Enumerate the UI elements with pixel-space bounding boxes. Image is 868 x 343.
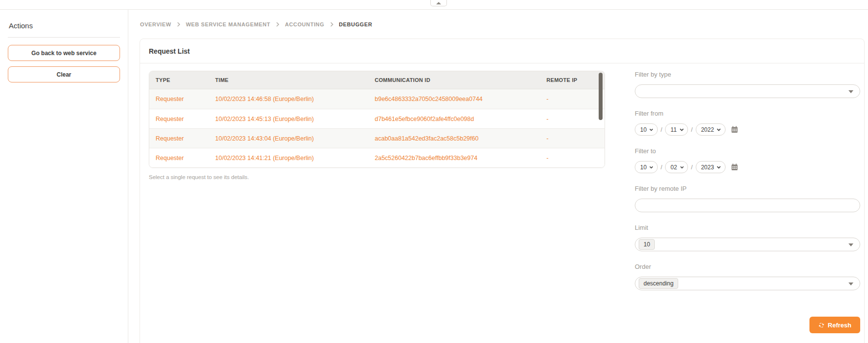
cell-type[interactable]: Requester — [156, 135, 215, 142]
column-header-type: TYPE — [156, 77, 215, 83]
filter-from-month-select[interactable]: 11 — [665, 123, 688, 136]
cell-communication-id[interactable]: 2a5c5260422b7bac6effbb9f33b3e974 — [375, 155, 546, 161]
date-separator: / — [691, 164, 692, 171]
request-table: TYPE TIME COMMUNICATION ID REMOTE IP Req… — [149, 71, 605, 168]
cell-type[interactable]: Requester — [156, 96, 215, 102]
table-row[interactable]: Requester 10/02/2023 14:41:21 (Europe/Be… — [149, 148, 605, 167]
calendar-icon[interactable] — [731, 163, 738, 171]
filter-to-month-value: 02 — [670, 164, 677, 171]
order-label: Order — [635, 263, 860, 270]
breadcrumb-debugger: DEBUGGER — [339, 21, 372, 27]
filter-from-group: Filter from 10 / 11 / — [635, 110, 860, 136]
column-header-remote-ip: REMOTE IP — [546, 77, 605, 83]
table-header-row: TYPE TIME COMMUNICATION ID REMOTE IP — [149, 71, 605, 89]
sidebar-divider — [8, 37, 120, 38]
clear-button[interactable]: Clear — [8, 66, 120, 82]
filter-to-month-select[interactable]: 02 — [665, 161, 688, 173]
cell-time[interactable]: 10/02/2023 14:46:58 (Europe/Berlin) — [215, 96, 375, 102]
cell-communication-id[interactable]: b9e6c4863332a7050c2458009eea0744 — [375, 96, 546, 102]
filter-by-type-label: Filter by type — [635, 71, 860, 78]
breadcrumb-chevron-icon — [177, 22, 180, 27]
chevron-down-icon — [649, 128, 653, 131]
filter-from-day-value: 10 — [640, 126, 646, 133]
selection-hint: Select a single request to see its detai… — [149, 174, 605, 180]
cell-time[interactable]: 10/02/2023 14:41:21 (Europe/Berlin) — [215, 155, 375, 161]
filter-to-group: Filter to 10 / 02 / — [635, 147, 860, 173]
chevron-down-icon — [680, 128, 684, 131]
column-header-communication-id: COMMUNICATION ID — [375, 77, 546, 83]
date-separator: / — [661, 126, 662, 133]
cell-type[interactable]: Requester — [156, 155, 215, 161]
top-bar — [0, 0, 868, 10]
cell-remote-ip[interactable]: - — [546, 155, 605, 161]
filter-to-year-select[interactable]: 2023 — [696, 161, 726, 173]
filter-from-label: Filter from — [635, 110, 860, 117]
refresh-button[interactable]: Refresh — [809, 317, 860, 333]
breadcrumb-chevron-icon — [330, 22, 333, 27]
card-header: Request List — [140, 39, 864, 63]
breadcrumb-web-service-management[interactable]: WEB SERVICE MANAGEMENT — [186, 21, 270, 27]
cell-remote-ip[interactable]: - — [546, 116, 605, 122]
cell-remote-ip[interactable]: - — [546, 96, 605, 102]
request-list-section: TYPE TIME COMMUNICATION ID REMOTE IP Req… — [149, 71, 605, 333]
limit-label: Limit — [635, 224, 860, 231]
filter-by-type-select[interactable] — [635, 84, 860, 98]
remote-ip-input[interactable] — [635, 199, 860, 212]
cell-type[interactable]: Requester — [156, 116, 215, 122]
breadcrumb: OVERVIEW WEB SERVICE MANAGEMENT ACCOUNTI… — [140, 21, 865, 27]
filter-to-day-value: 10 — [640, 164, 646, 171]
chevron-down-icon — [717, 128, 721, 131]
refresh-icon — [818, 322, 825, 328]
filter-to-year-value: 2023 — [701, 164, 714, 171]
sidebar-title: Actions — [8, 21, 120, 30]
filter-to-label: Filter to — [635, 147, 860, 155]
limit-select[interactable]: 10 — [635, 238, 860, 251]
filter-remote-ip-group: Filter by remote IP — [635, 185, 860, 212]
go-back-to-web-service-button[interactable]: Go back to web service — [8, 45, 120, 61]
filter-panel: Filter by type Filter from 10 — [635, 71, 860, 333]
chevron-up-icon — [436, 2, 441, 4]
table-row[interactable]: Requester 10/02/2023 14:46:58 (Europe/Be… — [149, 89, 605, 109]
order-group: Order descending — [635, 263, 860, 290]
filter-to-day-select[interactable]: 10 — [635, 161, 658, 173]
table-row[interactable]: Requester 10/02/2023 14:43:04 (Europe/Be… — [149, 128, 605, 148]
table-row[interactable]: Requester 10/02/2023 14:45:13 (Europe/Be… — [149, 109, 605, 128]
cell-time[interactable]: 10/02/2023 14:43:04 (Europe/Berlin) — [215, 135, 375, 142]
limit-value-chip: 10 — [639, 239, 655, 250]
chevron-down-icon — [680, 166, 684, 169]
cell-time[interactable]: 10/02/2023 14:45:13 (Europe/Berlin) — [215, 116, 375, 122]
calendar-icon[interactable] — [731, 126, 738, 133]
cell-communication-id[interactable]: acab0aa81a542ed3fac2ac58c5b29f60 — [375, 135, 546, 142]
collapse-panel-button[interactable] — [430, 0, 447, 6]
chevron-down-icon — [848, 282, 853, 285]
order-value-chip: descending — [639, 278, 678, 289]
column-header-time: TIME — [215, 77, 375, 83]
request-list-card: Request List TYPE TIME COMMUNICATION ID … — [140, 39, 865, 343]
breadcrumb-chevron-icon — [276, 22, 279, 27]
actions-sidebar: Actions Go back to web service Clear — [0, 10, 128, 343]
chevron-down-icon — [649, 166, 653, 169]
limit-group: Limit 10 — [635, 224, 860, 251]
filter-from-month-value: 11 — [670, 126, 676, 133]
date-separator: / — [691, 126, 692, 133]
table-scrollbar-thumb[interactable] — [599, 73, 603, 120]
card-title: Request List — [149, 47, 855, 55]
main-content: OVERVIEW WEB SERVICE MANAGEMENT ACCOUNTI… — [128, 10, 868, 343]
filter-from-day-select[interactable]: 10 — [635, 123, 658, 136]
chevron-down-icon — [848, 90, 853, 93]
chevron-down-icon — [717, 166, 721, 169]
filter-from-year-select[interactable]: 2022 — [696, 123, 726, 136]
cell-communication-id[interactable]: d7b461e5efbce9060f2afe4ffc0e098d — [375, 116, 546, 122]
order-select[interactable]: descending — [635, 277, 860, 290]
cell-remote-ip[interactable]: - — [546, 135, 605, 142]
breadcrumb-overview[interactable]: OVERVIEW — [140, 21, 171, 27]
breadcrumb-accounting[interactable]: ACCOUNTING — [285, 21, 324, 27]
refresh-button-label: Refresh — [828, 322, 851, 329]
filter-by-type-group: Filter by type — [635, 71, 860, 98]
chevron-down-icon — [848, 243, 853, 246]
filter-from-year-value: 2022 — [701, 126, 714, 133]
date-separator: / — [661, 164, 662, 171]
filter-remote-ip-label: Filter by remote IP — [635, 185, 860, 192]
